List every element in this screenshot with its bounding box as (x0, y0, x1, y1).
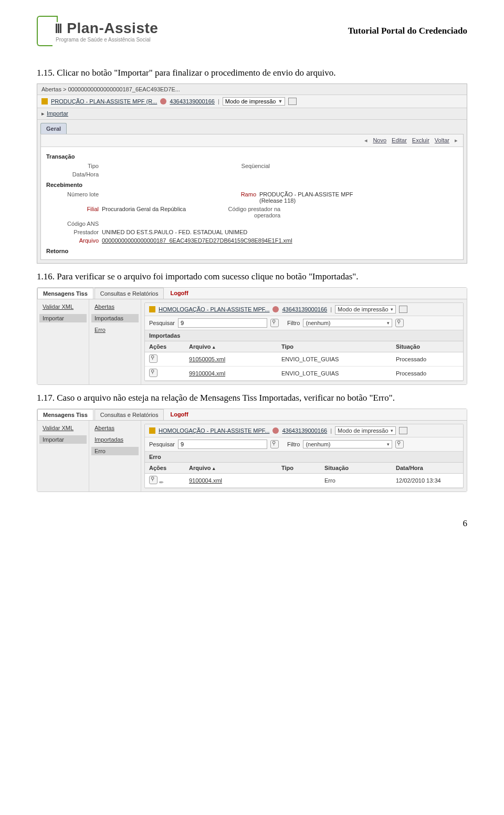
col-arquivo: Arquivo ▴ (185, 463, 277, 474)
label-tipo: Tipo (46, 163, 99, 169)
filter-edit-icon[interactable] (395, 319, 404, 327)
label-codigo-ans: Código ANS (46, 221, 99, 227)
section-recebimento: Recebimento (46, 182, 458, 188)
filtro-select[interactable]: (nenhum)▾ (303, 440, 392, 448)
col-datahora: Data/Hora (392, 463, 463, 474)
homolog-link[interactable]: HOMOLOGAÇÃO - PLAN-ASSISTE MPF... (159, 427, 269, 434)
print-icon[interactable] (399, 306, 407, 313)
tab-consultas[interactable]: Consultas e Relatórios (94, 409, 164, 420)
person-icon (272, 306, 279, 312)
sidebar-item-importar[interactable]: Importar (39, 314, 87, 322)
cell-situacao: Erro (320, 473, 392, 487)
col-situacao: Situação (320, 463, 392, 474)
cell-arquivo[interactable]: 91050005.xml (185, 352, 277, 366)
chevron-down-icon: ▾ (391, 428, 393, 433)
breadcrumb: Abertas > 00000000000000000187_6EAC493ED… (37, 84, 467, 95)
value-ramo: PRODUÇÃO - PLAN-ASSISTE MPF (Release 118… (259, 191, 364, 204)
homolog-link[interactable]: HOMOLOGAÇÃO - PLAN-ASSISTE MPF... (159, 306, 269, 312)
sidebar-item-importadas[interactable]: Importadas (91, 314, 139, 322)
cube-icon (149, 306, 155, 312)
person-icon (272, 427, 279, 434)
paragraph-1-15: 1.15. Clicar no botão "Importar" para fi… (37, 67, 467, 79)
filter-edit-icon[interactable] (395, 440, 404, 448)
table-row: 99100004.xml ENVIO_LOTE_GUIAS Processado (145, 366, 463, 380)
value-prestador: UNIMED DO EST.S.PAULO - FED. ESTADUAL UN… (102, 229, 247, 235)
view-icon[interactable] (149, 369, 158, 377)
label-filial: Filial (46, 206, 99, 212)
sidebar-item-importadas[interactable]: Importadas (91, 435, 139, 444)
tab-logoff[interactable]: Logoff (165, 288, 193, 299)
numero-link[interactable]: 43643139000166 (282, 427, 327, 434)
importar-button[interactable]: Importar (47, 110, 68, 117)
search-icon[interactable] (270, 440, 279, 448)
sort-icon[interactable]: ▴ (213, 344, 215, 350)
numero-link[interactable]: 43643139000166 (170, 98, 215, 105)
logo: Plan-Assiste Programa de Saúde e Assistê… (37, 16, 158, 46)
cell-datahora: 12/02/2010 13:34 (392, 473, 463, 487)
paragraph-1-17: 1.17. Caso o arquivo não esteja na relaç… (37, 392, 467, 404)
value-arquivo[interactable]: 00000000000000000187_6EAC493ED7ED27DB641… (102, 237, 292, 244)
tab-geral[interactable]: Geral (40, 123, 67, 134)
cell-situacao: Processado (392, 366, 463, 380)
cell-tipo: ENVIO_LOTE_GUIAS (277, 366, 392, 380)
label-codigo-prestador: Código prestador na operadora (212, 206, 280, 218)
grid-title-erro: Erro (145, 452, 463, 463)
sidebar-item-importar[interactable]: Importar (39, 435, 87, 444)
print-icon[interactable] (399, 427, 407, 434)
tab-mensagens-tiss[interactable]: Mensagens Tiss (37, 288, 93, 299)
view-icon[interactable] (149, 476, 158, 484)
form-action-bar: ◂ Novo Editar Excluir Voltar ▸ (41, 134, 463, 147)
cube-icon (41, 98, 48, 105)
col-acoes: Ações (145, 341, 185, 352)
search-icon[interactable] (270, 319, 279, 327)
sidebar-item-erro[interactable]: Erro (91, 447, 139, 455)
modo-impressao-select[interactable]: Modo de impressão▾ (335, 305, 396, 314)
screenshot-importadas: Mensagens Tiss Consultas e Relatórios Lo… (37, 287, 467, 385)
filtro-select[interactable]: (nenhum)▾ (303, 319, 392, 327)
modo-impressao-select[interactable]: Modo de impressão▾ (335, 426, 396, 435)
tab-logoff[interactable]: Logoff (165, 409, 193, 420)
novo-button[interactable]: Novo (373, 137, 386, 144)
sort-icon[interactable]: ▴ (213, 466, 215, 471)
label-numero-lote: Número lote (46, 191, 99, 197)
value-filial: Procuradoria Geral da República (102, 206, 186, 212)
grid-importadas: Ações Arquivo ▴ Tipo Situação 91050005.x… (145, 341, 463, 381)
cell-arquivo[interactable]: 9100004.xml (185, 473, 277, 487)
label-ramo: Ramo (204, 191, 256, 197)
label-pesquisar: Pesquisar (149, 320, 175, 326)
col-situacao: Situação (392, 341, 463, 352)
person-icon (160, 98, 166, 105)
numero-link[interactable]: 43643139000166 (282, 306, 327, 312)
cell-tipo: ENVIO_LOTE_GUIAS (277, 352, 392, 366)
col-tipo: Tipo (277, 463, 320, 474)
sidebar-item-erro[interactable]: Erro (91, 326, 139, 334)
table-row: ✎ 9100004.xml Erro 12/02/2010 13:34 (145, 473, 463, 487)
grid-title-importadas: Importadas (145, 330, 463, 341)
modo-impressao-select[interactable]: Modo de impressão▼ (223, 97, 286, 106)
voltar-button[interactable]: Voltar (435, 137, 449, 144)
label-pesquisar: Pesquisar (149, 441, 175, 447)
cell-arquivo[interactable]: 99100004.xml (185, 366, 277, 380)
cube-icon (149, 427, 155, 434)
cell-tipo (277, 473, 320, 487)
producao-link[interactable]: PRODUÇÃO - PLAN-ASSISTE MPF (R... (51, 98, 157, 105)
excluir-button[interactable]: Excluir (412, 137, 429, 144)
screenshot-erro: Mensagens Tiss Consultas e Relatórios Lo… (37, 409, 467, 492)
paragraph-1-16: 1.16. Para verificar se o arquivo foi im… (37, 271, 467, 283)
cell-situacao: Processado (392, 352, 463, 366)
edit-icon[interactable]: ✎ (158, 479, 164, 486)
sidebar-item-validar[interactable]: Validar XML (39, 424, 87, 432)
logo-subtitle: Programa de Saúde e Assistência Social (56, 37, 158, 43)
editar-button[interactable]: Editar (392, 137, 407, 144)
view-icon[interactable] (149, 354, 158, 363)
bars-icon (56, 24, 61, 33)
print-icon[interactable] (288, 98, 297, 105)
tab-consultas[interactable]: Consultas e Relatórios (94, 288, 164, 299)
search-input[interactable] (178, 440, 267, 449)
sidebar-item-abertas[interactable]: Abertas (91, 302, 139, 311)
search-input[interactable] (178, 318, 267, 328)
sidebar-item-validar[interactable]: Validar XML (39, 302, 87, 311)
sidebar-item-abertas[interactable]: Abertas (91, 424, 139, 432)
tab-mensagens-tiss[interactable]: Mensagens Tiss (37, 409, 93, 420)
label-filtro: Filtro (287, 441, 300, 447)
